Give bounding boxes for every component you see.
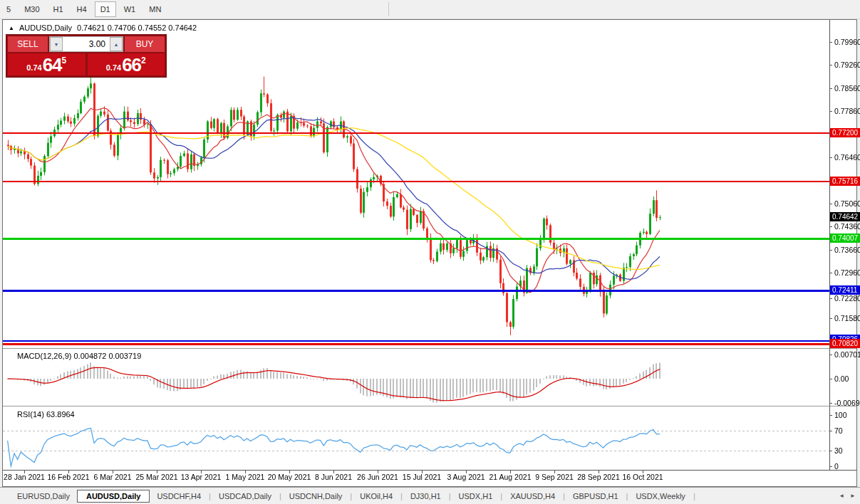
tab-separator: | xyxy=(449,492,451,500)
tab-gbpusd-h1[interactable]: GBPUSD,H1 xyxy=(566,490,626,503)
tab-scroll-nav: ◄ ► xyxy=(839,493,856,499)
price-axis-tick: 0.78560 xyxy=(834,84,860,93)
timeframe-button-w1[interactable]: W1 xyxy=(118,1,142,17)
chart-tabs-bar: EURUSD,DailyAUDUSD,DailyUSDCHF,H4|USDCAD… xyxy=(0,487,860,504)
tab-eurusd-daily[interactable]: EURUSD,Daily xyxy=(10,490,77,503)
rsi-axis-tick: 70 xyxy=(834,426,843,435)
macd-axis-tick: 0.007015 xyxy=(834,350,860,359)
chart-symbol-label: AUDUSD,Daily xyxy=(19,23,72,32)
date-axis-label: 13 Apr 2021 xyxy=(181,473,222,481)
timeframe-button-5[interactable]: 5 xyxy=(1,1,16,17)
volume-decrease-button[interactable]: ▼ xyxy=(50,37,63,51)
chart-window: ▲ AUDUSD,Daily 0.74621 0.74706 0.74552 0… xyxy=(2,19,857,487)
tab-usdcnh-daily[interactable]: USDCNH,Daily xyxy=(282,490,350,503)
price-axis-tick: 0.72960 xyxy=(834,268,860,277)
tab-separator: | xyxy=(500,492,502,500)
macd-indicator-label: MACD(12,26,9) 0.004872 0.003719 xyxy=(17,352,141,360)
rsi-indicator-label: RSI(14) 63.8964 xyxy=(17,410,75,419)
price-axis-tick: 0.71580 xyxy=(834,314,860,322)
timeframe-button-h4[interactable]: H4 xyxy=(71,1,93,17)
price-axis-tick: 0.75060 xyxy=(834,199,860,208)
volume-input[interactable]: 3.00 xyxy=(63,37,110,51)
tab-separator: | xyxy=(693,492,695,500)
buy-price-prefix: 0.74 xyxy=(106,63,121,72)
timeframe-button-d1[interactable]: D1 xyxy=(95,1,116,17)
price-chart-canvas[interactable] xyxy=(3,20,856,486)
price-axis-tick: 0.73660 xyxy=(834,246,860,254)
chevron-up-icon: ▲ xyxy=(114,42,119,47)
price-axis-tick: 0.79260 xyxy=(834,61,860,69)
timeframe-button-h1[interactable]: H1 xyxy=(48,1,69,17)
date-axis-label: 26 Jun 2021 xyxy=(357,473,398,481)
rsi-axis-tick: 0 xyxy=(834,462,839,471)
price-axis-tick: 0.77860 xyxy=(834,107,860,115)
tab-separator: | xyxy=(209,492,211,500)
tab-dj30-h1[interactable]: DJ30,H1 xyxy=(403,490,448,503)
price-level-tag-0.77200: 0.77200 xyxy=(830,128,860,137)
one-click-trading-panel: SELL ▼ 3.00 ▲ BUY 0.74 64 5 0.74 66 2 xyxy=(6,34,167,78)
sell-price-display[interactable]: 0.74 64 5 xyxy=(8,53,86,75)
chart-title: ▲ AUDUSD,Daily 0.74621 0.74706 0.74552 0… xyxy=(9,23,197,32)
date-axis-label: 28 Jan 2021 xyxy=(4,473,45,481)
date-axis-label: 15 Jul 2021 xyxy=(403,473,441,481)
price-level-tag-0.70820: 0.70820 xyxy=(830,339,860,348)
date-axis-label: 8 Jun 2021 xyxy=(315,473,352,481)
date-axis-label: 20 May 2021 xyxy=(268,473,311,481)
chart-ohlc-values: 0.74621 0.74706 0.74552 0.74642 xyxy=(77,23,197,32)
rsi-axis-tick: 30 xyxy=(834,446,843,455)
sell-price-prefix: 0.74 xyxy=(26,63,41,72)
tab-separator: | xyxy=(279,492,281,500)
timeframe-button-mn[interactable]: MN xyxy=(143,1,167,17)
buy-price-big: 66 xyxy=(122,55,141,75)
macd-axis-tick: 0.00 xyxy=(834,374,849,383)
rsi-axis-tick: 100 xyxy=(834,411,847,419)
date-axis-label: 28 Sep 2021 xyxy=(577,473,620,481)
current-price-tag: 0.74642 xyxy=(830,212,860,221)
tab-usdx-h1[interactable]: USDX,H1 xyxy=(452,490,500,503)
tab-ukoil-h4[interactable]: UKOil,H4 xyxy=(353,490,400,503)
price-level-tag-0.74007: 0.74007 xyxy=(830,233,860,243)
buy-price-sup: 2 xyxy=(141,56,146,65)
chevron-down-icon: ▼ xyxy=(54,42,59,47)
timeframe-buttons: 5M30H1H4D1W1MN xyxy=(1,1,169,17)
tab-usdchf-h4[interactable]: USDCHF,H4 xyxy=(150,490,208,503)
tab-separator: | xyxy=(350,492,352,500)
chart-tabs: EURUSD,DailyAUDUSD,DailyUSDCHF,H4|USDCAD… xyxy=(10,490,696,503)
tab-audusd-daily[interactable]: AUDUSD,Daily xyxy=(77,490,150,503)
tab-separator: | xyxy=(626,492,628,500)
macd-axis-tick: -0.00692 xyxy=(834,399,860,407)
buy-price-display[interactable]: 0.74 66 2 xyxy=(88,53,165,75)
timeframe-button-m30[interactable]: M30 xyxy=(19,1,45,17)
date-axis-label: 25 Mar 2021 xyxy=(136,473,178,481)
tab-separator: | xyxy=(400,492,403,500)
date-axis-label: 9 Sep 2021 xyxy=(535,473,574,481)
toolbar-separator xyxy=(388,2,389,16)
buy-button[interactable]: BUY xyxy=(125,36,165,52)
price-axis-tick: 0.79960 xyxy=(834,38,860,46)
date-axis-label: 21 Aug 2021 xyxy=(489,473,532,481)
sell-price-sup: 5 xyxy=(62,56,67,65)
sell-price-big: 64 xyxy=(43,55,62,75)
date-axis-label: 6 Mar 2021 xyxy=(93,473,131,481)
price-axis-tick: 0.74360 xyxy=(834,222,860,231)
tab-usdx-weekly[interactable]: USDX,Weekly xyxy=(628,490,692,503)
date-axis-label: 16 Oct 2021 xyxy=(622,473,663,481)
volume-increase-button[interactable]: ▲ xyxy=(110,37,123,51)
tab-usdcad-daily[interactable]: USDCAD,Daily xyxy=(212,490,279,503)
date-axis-label: 1 May 2021 xyxy=(226,473,265,481)
collapse-trade-panel-icon[interactable]: ▲ xyxy=(9,25,14,31)
tab-xauusd-h4[interactable]: XAUUSD,H4 xyxy=(503,490,562,503)
price-level-tag-0.75716: 0.75716 xyxy=(830,177,860,186)
price-axis-tick: 0.72280 xyxy=(834,294,860,303)
tab-separator: | xyxy=(563,492,565,500)
tab-scroll-left-icon[interactable]: ◄ xyxy=(839,493,844,499)
date-axis-label: 3 Aug 2021 xyxy=(447,473,485,481)
price-axis-tick: 0.76460 xyxy=(834,153,860,162)
date-axis-label: 16 Feb 2021 xyxy=(48,473,90,481)
price-level-tag-0.72411: 0.72411 xyxy=(830,285,860,295)
volume-spinner: ▼ 3.00 ▲ xyxy=(49,36,123,52)
sell-button[interactable]: SELL xyxy=(8,36,48,52)
tab-scroll-right-icon[interactable]: ► xyxy=(850,493,856,499)
timeframe-toolbar: 5M30H1H4D1W1MN xyxy=(0,0,860,19)
